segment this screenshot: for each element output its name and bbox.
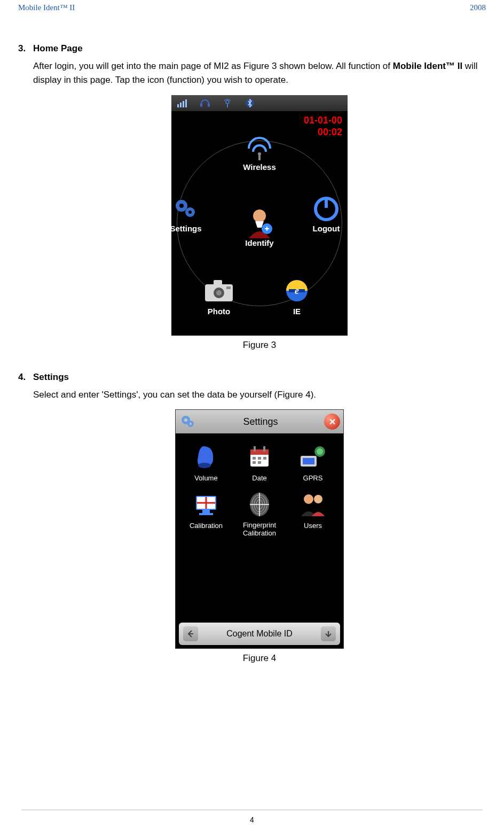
grid-item-date[interactable]: Date (234, 443, 285, 482)
bottombar-back-button[interactable] (183, 626, 198, 641)
volume-icon (190, 443, 223, 471)
svg-point-27 (184, 418, 187, 422)
content: 3. Home Page After login, you will get i… (18, 12, 486, 664)
bottombar-down-button[interactable] (321, 626, 336, 641)
svg-rect-38 (253, 461, 256, 464)
svg-rect-34 (263, 446, 265, 452)
ie-label: IE (273, 307, 321, 316)
figure4-titlebar: Settings ✕ (176, 410, 343, 433)
svg-rect-39 (258, 461, 261, 464)
figure4-bottombar: Cogent Mobile ID (179, 623, 340, 645)
page-header: Mobile Ident™ II 2008 (18, 0, 486, 12)
headset-icon (199, 98, 211, 108)
svg-point-29 (190, 423, 192, 425)
section3-number: 3. (18, 43, 33, 54)
close-icon: ✕ (329, 417, 336, 427)
figure3-date: 01-01-00 (304, 114, 342, 127)
menu-item-logout[interactable]: Logout (302, 194, 348, 233)
svg-text:e: e (295, 285, 299, 296)
photo-icon (202, 277, 236, 305)
figure4-wrap: Settings ✕ Volume (33, 409, 486, 664)
identify-label: Identify (235, 238, 284, 247)
page-footer: 4 (21, 810, 483, 824)
fingerprint-label: Fingerprint Calibration (234, 522, 285, 538)
logout-icon (309, 194, 343, 222)
svg-point-6 (226, 100, 229, 104)
back-arrow-icon (186, 630, 195, 638)
grid-item-calibration[interactable]: Calibration (181, 491, 231, 538)
users-icon (296, 491, 329, 518)
figure3-topbar (171, 95, 348, 111)
users-label: Users (288, 522, 338, 530)
settings-label: Settings (171, 224, 210, 233)
svg-rect-0 (177, 104, 179, 107)
antenna-icon (222, 98, 233, 108)
logout-label: Logout (302, 224, 348, 233)
menu-item-settings[interactable]: Settings (171, 194, 210, 233)
grid-item-volume[interactable]: Volume (181, 443, 231, 482)
svg-point-10 (258, 152, 261, 156)
svg-point-17 (253, 209, 266, 222)
section4-title: Settings (33, 372, 69, 383)
svg-point-14 (188, 211, 192, 214)
figure4-grid: Volume Date GPRS (176, 433, 343, 538)
section3-heading: 3. Home Page (33, 43, 486, 54)
section4-number: 4. (18, 372, 33, 383)
section-settings: 4. Settings Select and enter 'Settings',… (18, 372, 486, 664)
svg-rect-48 (199, 513, 213, 515)
grid-item-gprs[interactable]: GPRS (288, 443, 338, 482)
section3-title: Home Page (33, 43, 83, 54)
svg-rect-5 (208, 103, 210, 107)
grid-item-fingerprint[interactable]: Fingerprint Calibration (234, 491, 285, 538)
section3-body: After login, you will get into the main … (33, 59, 486, 88)
gprs-icon (296, 443, 329, 471)
page-number: 4 (250, 815, 254, 824)
settings-icon (171, 194, 203, 222)
date-label: Date (234, 474, 285, 482)
ie-icon: e (280, 277, 314, 305)
figure4-caption: Figure 4 (33, 653, 486, 664)
section3-bold: Mobile Ident™ II (393, 61, 462, 71)
svg-rect-36 (258, 457, 261, 460)
wireless-icon (242, 133, 277, 160)
section4-heading: 4. Settings (33, 372, 486, 383)
svg-rect-47 (202, 510, 210, 513)
titlebar-gear-icon (179, 414, 197, 430)
figure3-wrap: 01-01-00 00:02 Wireless S (33, 95, 486, 351)
svg-rect-20 (214, 280, 222, 285)
svg-rect-33 (254, 446, 256, 452)
figure3-caption: Figure 3 (33, 340, 486, 351)
calibration-label: Calibration (181, 522, 231, 530)
svg-point-12 (179, 204, 184, 208)
photo-label: Photo (195, 307, 243, 316)
menu-item-wireless[interactable]: Wireless (235, 133, 284, 172)
menu-item-ie[interactable]: e IE (273, 277, 321, 316)
svg-rect-35 (253, 457, 256, 460)
section-home-page: 3. Home Page After login, you will get i… (18, 43, 486, 351)
signal-icon (177, 98, 188, 108)
svg-rect-32 (250, 449, 269, 455)
bluetooth-icon (244, 98, 256, 108)
svg-rect-41 (303, 458, 314, 464)
section3-text-before: After login, you will get into the main … (33, 61, 393, 71)
figure3-datetime: 01-01-00 00:02 (304, 114, 342, 138)
svg-rect-23 (226, 286, 231, 289)
figure4-device: Settings ✕ Volume (175, 409, 344, 649)
close-button[interactable]: ✕ (324, 414, 340, 430)
titlebar-label: Settings (200, 416, 321, 428)
svg-rect-37 (263, 457, 266, 460)
header-title: Mobile Ident™ II (18, 3, 75, 12)
grid-item-users[interactable]: Users (288, 491, 338, 538)
calibration-icon (190, 491, 223, 518)
svg-point-30 (198, 463, 211, 468)
gprs-label: GPRS (288, 474, 338, 482)
svg-rect-2 (183, 101, 184, 107)
svg-point-55 (304, 494, 313, 504)
wireless-label: Wireless (235, 162, 284, 172)
menu-item-photo[interactable]: Photo (195, 277, 243, 316)
svg-rect-1 (180, 103, 182, 107)
svg-point-56 (314, 495, 322, 503)
down-arrow-icon (324, 630, 333, 638)
svg-point-22 (216, 290, 222, 296)
menu-item-identify[interactable]: Identify (235, 208, 284, 247)
